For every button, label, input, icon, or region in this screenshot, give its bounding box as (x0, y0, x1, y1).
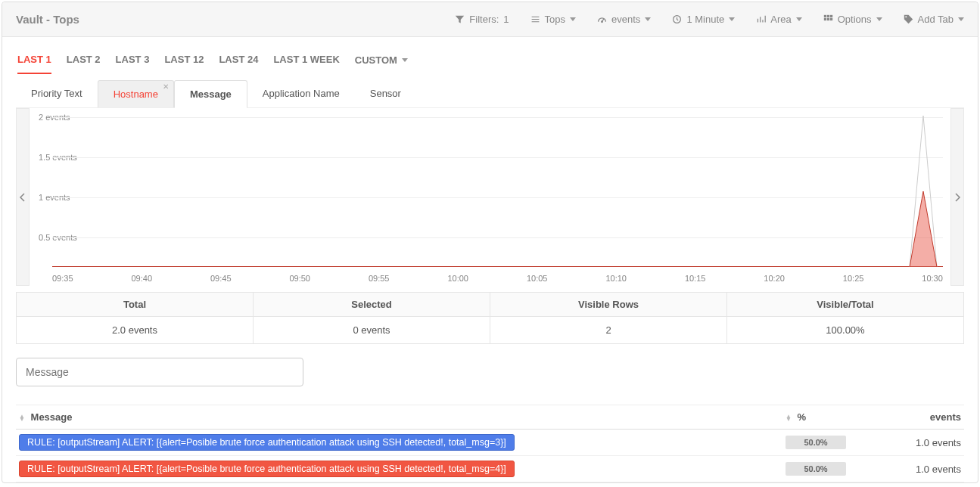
add-tab-dropdown[interactable]: Add Tab (904, 14, 964, 25)
filters-button[interactable]: Filters: 1 (455, 14, 509, 25)
sort-icon: ▲▼ (19, 415, 25, 420)
tag-icon (904, 14, 913, 24)
svg-rect-2 (824, 15, 826, 17)
events-chart: 2 events 1.5 events 1 events 0.5 events … (30, 108, 950, 286)
sort-icon: ▲▼ (786, 415, 792, 420)
results-table: ▲▼ Message ▲▼ % events RULE: [outputStre… (16, 405, 964, 482)
svg-rect-3 (827, 15, 829, 17)
stats-visible-total-header: Visible/Total (727, 293, 963, 317)
chevron-down-icon (876, 17, 882, 21)
time-tab-last-1-week[interactable]: LAST 1 WEEK (273, 54, 339, 74)
chevron-left-icon (17, 191, 29, 203)
tab-priority-text[interactable]: Priority Text (16, 80, 98, 107)
time-tab-last-24[interactable]: LAST 24 (219, 54, 258, 74)
col-events[interactable]: events (873, 405, 964, 430)
svg-point-8 (905, 16, 907, 17)
events-dropdown[interactable]: events (597, 14, 651, 25)
time-range-tabs: LAST 1 LAST 2 LAST 3 LAST 12 LAST 24 LAS… (16, 45, 964, 74)
options-dropdown[interactable]: Options (823, 14, 882, 25)
chevron-down-icon (645, 17, 651, 21)
filter-icon (455, 14, 465, 24)
stats-summary: Total 2.0 events Selected 0 events Visib… (16, 292, 964, 344)
message-badge: RULE: [outputStream] ALERT: [{alert=Posi… (19, 461, 515, 477)
chart-peak (894, 116, 940, 267)
table-row[interactable]: RULE: [outputStream] ALERT: [{alert=Posi… (16, 456, 964, 482)
panel-header: Vault - Tops Filters: 1 Tops events 1 Mi… (2, 2, 978, 37)
pct-bar: 50.0% (786, 436, 846, 449)
page-title: Vault - Tops (16, 13, 79, 26)
tab-message[interactable]: Message (174, 80, 247, 108)
close-icon[interactable]: ✕ (163, 82, 169, 91)
tab-application-name[interactable]: Application Name (247, 80, 355, 107)
chart-prev-button[interactable] (16, 108, 30, 286)
chart-type-dropdown[interactable]: Area (756, 14, 801, 25)
tops-dropdown[interactable]: Tops (530, 14, 576, 25)
time-tab-last-12[interactable]: LAST 12 (164, 54, 204, 74)
stats-visible-total-value: 100.00% (727, 317, 963, 343)
message-filter-input[interactable] (16, 358, 303, 386)
svg-rect-7 (830, 18, 832, 20)
grid-icon (823, 14, 833, 24)
chevron-down-icon (570, 17, 576, 21)
row-events: 1.0 events (873, 430, 964, 456)
chevron-right-icon (951, 191, 963, 203)
x-axis-labels: 09:35 09:40 09:45 09:50 09:55 10:00 10:0… (52, 274, 943, 283)
col-message[interactable]: ▲▼ Message (16, 405, 782, 430)
time-tab-custom[interactable]: CUSTOM (355, 54, 408, 74)
chevron-down-icon (796, 17, 802, 21)
svg-rect-5 (824, 18, 826, 20)
col-pct[interactable]: ▲▼ % (782, 405, 873, 430)
tab-hostname[interactable]: Hostname ✕ (98, 80, 174, 107)
svg-rect-6 (827, 18, 829, 20)
field-tabs: Priority Text Hostname ✕ Message Applica… (16, 80, 964, 108)
clock-icon (672, 14, 682, 24)
tab-sensor[interactable]: Sensor (355, 80, 416, 107)
svg-marker-10 (910, 191, 937, 267)
gauge-icon (597, 14, 607, 24)
svg-rect-4 (830, 15, 832, 17)
chevron-down-icon (402, 58, 408, 62)
row-events: 1.0 events (873, 456, 964, 482)
time-tab-last-2[interactable]: LAST 2 (67, 54, 101, 74)
stats-selected-value: 0 events (254, 317, 490, 343)
stats-selected-header: Selected (254, 293, 490, 317)
stats-total-value: 2.0 events (17, 317, 253, 343)
x-axis (52, 266, 943, 267)
pct-bar: 50.0% (786, 462, 846, 476)
chevron-down-icon (958, 17, 964, 21)
chevron-down-icon (729, 17, 735, 21)
stats-total-header: Total (17, 293, 253, 317)
time-tab-last-1[interactable]: LAST 1 (17, 54, 51, 74)
interval-dropdown[interactable]: 1 Minute (672, 14, 735, 25)
stats-visible-rows-value: 2 (490, 317, 726, 343)
chart-next-button[interactable] (950, 108, 964, 286)
time-tab-last-3[interactable]: LAST 3 (116, 54, 150, 74)
bar-chart-icon (756, 14, 766, 24)
list-icon (530, 14, 540, 24)
message-badge: RULE: [outputStream] ALERT: [{alert=Posi… (19, 434, 515, 451)
stats-visible-rows-header: Visible Rows (490, 293, 726, 317)
table-row[interactable]: RULE: [outputStream] ALERT: [{alert=Posi… (16, 430, 964, 456)
